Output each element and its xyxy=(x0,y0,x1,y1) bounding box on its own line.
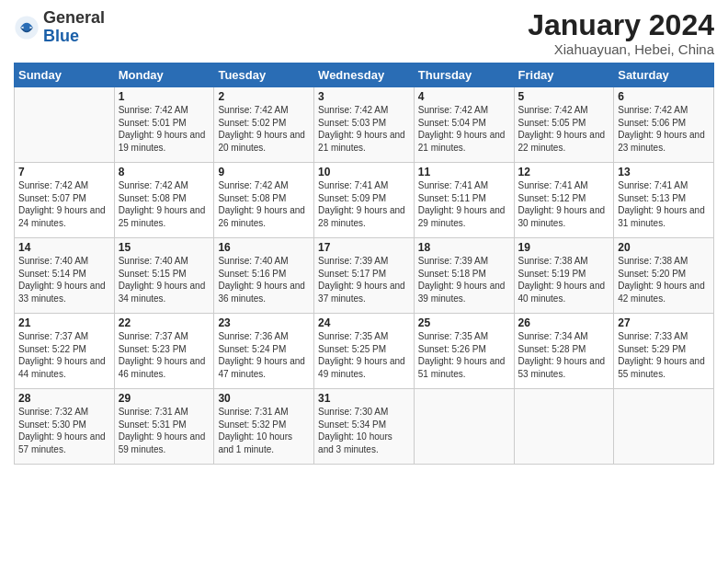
calendar-cell: 4Sunrise: 7:42 AM Sunset: 5:04 PM Daylig… xyxy=(414,87,514,163)
day-number: 11 xyxy=(418,166,510,178)
day-header-monday: Monday xyxy=(114,63,214,87)
day-content: Sunrise: 7:40 AM Sunset: 5:16 PM Dayligh… xyxy=(218,255,310,304)
calendar-cell: 21Sunrise: 7:37 AM Sunset: 5:22 PM Dayli… xyxy=(15,314,115,389)
day-number: 22 xyxy=(119,316,210,329)
calendar-cell: 31Sunrise: 7:30 AM Sunset: 5:34 PM Dayli… xyxy=(314,389,415,465)
calendar-cell: 5Sunrise: 7:42 AM Sunset: 5:05 PM Daylig… xyxy=(514,87,614,163)
day-number: 15 xyxy=(119,241,210,254)
day-number: 23 xyxy=(218,316,310,329)
day-content: Sunrise: 7:41 AM Sunset: 5:09 PM Dayligh… xyxy=(318,179,410,229)
calendar-cell: 3Sunrise: 7:42 AM Sunset: 5:03 PM Daylig… xyxy=(314,87,415,163)
day-content: Sunrise: 7:36 AM Sunset: 5:24 PM Dayligh… xyxy=(218,330,310,380)
logo-general: General xyxy=(43,8,105,27)
day-number: 3 xyxy=(318,90,410,103)
day-content: Sunrise: 7:34 AM Sunset: 5:28 PM Dayligh… xyxy=(518,330,610,380)
day-content: Sunrise: 7:41 AM Sunset: 5:11 PM Dayligh… xyxy=(418,179,510,229)
day-number: 18 xyxy=(418,241,510,254)
header: General Blue January 2024 Xiahuayuan, He… xyxy=(14,9,714,57)
day-content: Sunrise: 7:42 AM Sunset: 5:08 PM Dayligh… xyxy=(218,179,310,229)
day-number: 30 xyxy=(218,392,310,405)
day-content: Sunrise: 7:42 AM Sunset: 5:05 PM Dayligh… xyxy=(518,104,610,154)
calendar-cell: 1Sunrise: 7:42 AM Sunset: 5:01 PM Daylig… xyxy=(114,87,214,163)
day-header-saturday: Saturday xyxy=(614,63,714,87)
week-row-2: 7Sunrise: 7:42 AM Sunset: 5:07 PM Daylig… xyxy=(15,163,714,238)
day-content: Sunrise: 7:41 AM Sunset: 5:12 PM Dayligh… xyxy=(518,179,610,229)
day-number: 9 xyxy=(218,166,310,178)
day-content: Sunrise: 7:42 AM Sunset: 5:03 PM Dayligh… xyxy=(318,104,410,154)
day-number: 29 xyxy=(119,392,210,405)
calendar-cell xyxy=(15,87,115,163)
calendar-cell: 15Sunrise: 7:40 AM Sunset: 5:15 PM Dayli… xyxy=(114,238,214,314)
day-header-sunday: Sunday xyxy=(15,63,115,87)
day-content: Sunrise: 7:38 AM Sunset: 5:19 PM Dayligh… xyxy=(518,255,610,304)
day-header-friday: Friday xyxy=(514,63,614,87)
day-number: 24 xyxy=(318,316,410,329)
week-row-5: 28Sunrise: 7:32 AM Sunset: 5:30 PM Dayli… xyxy=(15,389,714,465)
day-content: Sunrise: 7:33 AM Sunset: 5:29 PM Dayligh… xyxy=(618,330,710,380)
day-content: Sunrise: 7:35 AM Sunset: 5:26 PM Dayligh… xyxy=(418,330,510,380)
day-content: Sunrise: 7:42 AM Sunset: 5:08 PM Dayligh… xyxy=(119,179,210,229)
day-number: 12 xyxy=(518,166,610,178)
day-number: 5 xyxy=(518,90,610,103)
day-header-wednesday: Wednesday xyxy=(314,63,415,87)
day-content: Sunrise: 7:32 AM Sunset: 5:30 PM Dayligh… xyxy=(18,406,110,455)
day-content: Sunrise: 7:41 AM Sunset: 5:13 PM Dayligh… xyxy=(618,179,710,229)
day-content: Sunrise: 7:30 AM Sunset: 5:34 PM Dayligh… xyxy=(318,406,410,455)
calendar-cell: 7Sunrise: 7:42 AM Sunset: 5:07 PM Daylig… xyxy=(15,163,115,238)
day-number: 16 xyxy=(218,241,310,254)
day-number: 27 xyxy=(618,316,710,329)
title-block: January 2024 Xiahuayuan, Hebei, China xyxy=(528,9,714,57)
calendar-table: SundayMondayTuesdayWednesdayThursdayFrid… xyxy=(14,63,714,465)
day-number: 10 xyxy=(318,166,410,178)
calendar-cell: 27Sunrise: 7:33 AM Sunset: 5:29 PM Dayli… xyxy=(614,314,714,389)
calendar-cell: 6Sunrise: 7:42 AM Sunset: 5:06 PM Daylig… xyxy=(614,87,714,163)
day-content: Sunrise: 7:42 AM Sunset: 5:07 PM Dayligh… xyxy=(18,179,110,229)
day-content: Sunrise: 7:31 AM Sunset: 5:31 PM Dayligh… xyxy=(119,406,210,455)
calendar-cell: 25Sunrise: 7:35 AM Sunset: 5:26 PM Dayli… xyxy=(414,314,514,389)
day-header-row: SundayMondayTuesdayWednesdayThursdayFrid… xyxy=(15,63,714,87)
calendar-page: General Blue January 2024 Xiahuayuan, He… xyxy=(0,0,728,563)
svg-point-1 xyxy=(24,24,30,30)
calendar-cell: 18Sunrise: 7:39 AM Sunset: 5:18 PM Dayli… xyxy=(414,238,514,314)
calendar-subtitle: Xiahuayuan, Hebei, China xyxy=(528,41,714,57)
day-content: Sunrise: 7:38 AM Sunset: 5:20 PM Dayligh… xyxy=(618,255,710,304)
calendar-cell: 28Sunrise: 7:32 AM Sunset: 5:30 PM Dayli… xyxy=(15,389,115,465)
day-number: 13 xyxy=(618,166,710,178)
day-header-tuesday: Tuesday xyxy=(214,63,314,87)
day-number: 17 xyxy=(318,241,410,254)
day-content: Sunrise: 7:42 AM Sunset: 5:04 PM Dayligh… xyxy=(418,104,510,154)
calendar-cell: 29Sunrise: 7:31 AM Sunset: 5:31 PM Dayli… xyxy=(114,389,214,465)
day-number: 14 xyxy=(18,241,110,254)
day-content: Sunrise: 7:42 AM Sunset: 5:02 PM Dayligh… xyxy=(218,104,310,154)
day-content: Sunrise: 7:40 AM Sunset: 5:15 PM Dayligh… xyxy=(119,255,210,304)
calendar-cell xyxy=(414,389,514,465)
day-content: Sunrise: 7:31 AM Sunset: 5:32 PM Dayligh… xyxy=(218,406,310,455)
day-number: 21 xyxy=(18,316,110,329)
calendar-cell: 13Sunrise: 7:41 AM Sunset: 5:13 PM Dayli… xyxy=(614,163,714,238)
calendar-cell: 24Sunrise: 7:35 AM Sunset: 5:25 PM Dayli… xyxy=(314,314,415,389)
calendar-cell: 26Sunrise: 7:34 AM Sunset: 5:28 PM Dayli… xyxy=(514,314,614,389)
logo: General Blue xyxy=(14,9,105,46)
week-row-4: 21Sunrise: 7:37 AM Sunset: 5:22 PM Dayli… xyxy=(15,314,714,389)
day-content: Sunrise: 7:39 AM Sunset: 5:17 PM Dayligh… xyxy=(318,255,410,304)
day-number: 4 xyxy=(418,90,510,103)
day-number: 19 xyxy=(518,241,610,254)
day-content: Sunrise: 7:42 AM Sunset: 5:01 PM Dayligh… xyxy=(119,104,210,154)
calendar-cell: 8Sunrise: 7:42 AM Sunset: 5:08 PM Daylig… xyxy=(114,163,214,238)
calendar-cell xyxy=(514,389,614,465)
day-number: 8 xyxy=(119,166,210,178)
calendar-cell: 9Sunrise: 7:42 AM Sunset: 5:08 PM Daylig… xyxy=(214,163,314,238)
day-number: 25 xyxy=(418,316,510,329)
calendar-cell: 14Sunrise: 7:40 AM Sunset: 5:14 PM Dayli… xyxy=(15,238,115,314)
day-content: Sunrise: 7:37 AM Sunset: 5:22 PM Dayligh… xyxy=(18,330,110,380)
calendar-cell: 10Sunrise: 7:41 AM Sunset: 5:09 PM Dayli… xyxy=(314,163,415,238)
day-number: 1 xyxy=(119,90,210,103)
day-content: Sunrise: 7:37 AM Sunset: 5:23 PM Dayligh… xyxy=(119,330,210,380)
day-number: 7 xyxy=(18,166,110,178)
calendar-cell: 12Sunrise: 7:41 AM Sunset: 5:12 PM Dayli… xyxy=(514,163,614,238)
calendar-cell: 23Sunrise: 7:36 AM Sunset: 5:24 PM Dayli… xyxy=(214,314,314,389)
calendar-cell xyxy=(614,389,714,465)
calendar-cell: 30Sunrise: 7:31 AM Sunset: 5:32 PM Dayli… xyxy=(214,389,314,465)
calendar-title: January 2024 xyxy=(528,9,714,41)
day-content: Sunrise: 7:39 AM Sunset: 5:18 PM Dayligh… xyxy=(418,255,510,304)
